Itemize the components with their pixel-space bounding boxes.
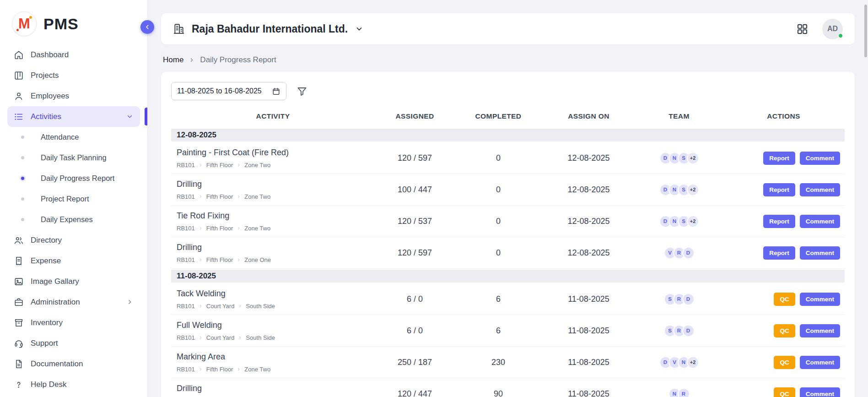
activity-name: Drilling bbox=[177, 384, 375, 393]
apps-grid-icon[interactable] bbox=[796, 23, 809, 35]
assigned-value: 100 / 447 bbox=[375, 185, 455, 195]
sidebar-item-activities[interactable]: Activities bbox=[7, 106, 140, 127]
completed-value: 0 bbox=[455, 153, 542, 163]
activity-location-path: RB101Fifth FloorZone One bbox=[177, 256, 375, 263]
assign-on-date: 11-08-2025 bbox=[542, 326, 636, 336]
chevron-right-icon bbox=[237, 335, 243, 340]
chevron-right-icon bbox=[236, 194, 241, 199]
report-card: 11-08-2025 to 16-08-2025 ACTIVITYASSIGNE… bbox=[161, 72, 855, 397]
team-extra-count: +2 bbox=[687, 356, 699, 369]
group-date: 11-08-2025 bbox=[177, 272, 216, 280]
date-range-value: 11-08-2025 to 16-08-2025 bbox=[177, 87, 262, 95]
chevron-right-icon bbox=[198, 194, 203, 199]
activity-cell: Tack Welding RB101Court YardSouth Side bbox=[171, 289, 375, 310]
path-segment: South Side bbox=[246, 303, 275, 310]
scrollbar-thumb[interactable] bbox=[864, 5, 867, 57]
comment-button[interactable]: Comment bbox=[800, 152, 840, 165]
date-range-picker[interactable]: 11-08-2025 to 16-08-2025 bbox=[171, 82, 286, 100]
sidebar-item-expense[interactable]: Expense bbox=[7, 250, 140, 271]
sidebar: M PMS Dashboard Projects Employees Activ… bbox=[0, 0, 148, 397]
qc-button[interactable]: QC bbox=[774, 387, 795, 397]
expense-icon bbox=[14, 256, 24, 266]
building-icon bbox=[173, 23, 185, 35]
qc-button[interactable]: QC bbox=[774, 293, 795, 306]
assign-on-date: 11-08-2025 bbox=[542, 294, 636, 304]
path-segment: Fifth Floor bbox=[206, 193, 233, 200]
date-group-header: 12-08-2025 bbox=[171, 129, 845, 141]
sidebar-collapse-button[interactable] bbox=[140, 20, 154, 34]
sidebar-item-daily-progress-report[interactable]: Daily Progress Report bbox=[7, 168, 140, 189]
sidebar-item-attendance[interactable]: Attendance bbox=[7, 127, 140, 147]
sidebar-item-label: Documentation bbox=[31, 359, 134, 369]
path-segment: RB101 bbox=[177, 256, 195, 263]
comment-button[interactable]: Comment bbox=[800, 324, 840, 337]
table-row: Marking Area RB101Fifth FloorZone Two 25… bbox=[171, 347, 845, 378]
chevron-right-icon bbox=[236, 257, 241, 262]
topbar-actions: AD bbox=[796, 19, 843, 39]
brand-name: PMS bbox=[43, 15, 79, 33]
team-member-avatar: D bbox=[682, 293, 695, 305]
sidebar-item-label: Image Gallary bbox=[31, 277, 134, 286]
assigned-value: 250 / 187 bbox=[375, 358, 455, 367]
path-segment: RB101 bbox=[177, 162, 195, 169]
online-status-dot bbox=[838, 33, 843, 38]
activity-cell: Drilling RB101Fifth FloorZone Two bbox=[171, 179, 375, 200]
filter-button[interactable] bbox=[297, 86, 307, 97]
report-button[interactable]: Report bbox=[763, 215, 795, 228]
path-segment: Court Yard bbox=[206, 334, 235, 341]
comment-button[interactable]: Comment bbox=[800, 356, 840, 369]
table-header-row: ACTIVITYASSIGNEDCOMPLETEDASSIGN ONTEAMAC… bbox=[171, 104, 845, 128]
comment-button[interactable]: Comment bbox=[800, 183, 840, 196]
sidebar-item-support[interactable]: Support bbox=[7, 333, 140, 353]
table-row: Drilling RB101Fifth FloorZone One 120 / … bbox=[171, 237, 845, 269]
chevron-right-icon bbox=[236, 226, 241, 231]
activity-cell: Tie Rod Fixing RB101Fifth FloorZone Two bbox=[171, 211, 375, 232]
sidebar-item-label: Dashboard bbox=[31, 50, 134, 60]
path-segment: Fifth Floor bbox=[206, 256, 233, 263]
row-actions: QC Comment bbox=[722, 324, 845, 337]
column-header-actions: ACTIONS bbox=[722, 112, 845, 120]
home-icon bbox=[14, 50, 24, 60]
qc-button[interactable]: QC bbox=[774, 324, 795, 337]
company-selector[interactable]: Raja Bahadur International Ltd. bbox=[173, 23, 364, 35]
sidebar-item-directory[interactable]: Directory bbox=[7, 230, 140, 250]
sidebar-item-documentation[interactable]: Documentation bbox=[7, 353, 140, 374]
report-button[interactable]: Report bbox=[763, 246, 795, 260]
sidebar-item-administration[interactable]: Administration bbox=[7, 292, 140, 312]
activity-location-path: RB101Fifth FloorZone Two bbox=[177, 162, 375, 169]
path-segment: Fifth Floor bbox=[206, 162, 233, 169]
sidebar-item-projects[interactable]: Projects bbox=[7, 65, 140, 86]
report-button[interactable]: Report bbox=[763, 183, 795, 196]
path-segment: South Side bbox=[246, 334, 275, 341]
activities-icon bbox=[14, 112, 24, 122]
comment-button[interactable]: Comment bbox=[800, 387, 840, 397]
activity-location-path: RB101Fifth FloorZone Two bbox=[177, 193, 375, 200]
sidebar-item-inventory[interactable]: Inventory bbox=[7, 312, 140, 333]
sidebar-item-daily-task-planning[interactable]: Daily Task Planning bbox=[7, 147, 140, 168]
activity-location-path: RB101Court YardSouth Side bbox=[177, 303, 375, 310]
bullet-icon bbox=[21, 156, 24, 159]
sidebar-item-help-desk[interactable]: Help Desk bbox=[7, 374, 140, 395]
progress-report-table: ACTIVITYASSIGNEDCOMPLETEDASSIGN ONTEAMAC… bbox=[171, 104, 845, 397]
team-avatars: SRD bbox=[636, 293, 722, 305]
sidebar-item-daily-expenses[interactable]: Daily Expenses bbox=[7, 209, 140, 230]
sidebar-item-image-gallary[interactable]: Image Gallary bbox=[7, 271, 140, 292]
table-row: Tack Welding RB101Court YardSouth Side 6… bbox=[171, 283, 845, 315]
sidebar-item-dashboard[interactable]: Dashboard bbox=[7, 44, 140, 65]
sidebar-item-project-report[interactable]: Project Report bbox=[7, 189, 140, 209]
comment-button[interactable]: Comment bbox=[800, 293, 840, 306]
sidebar-subitem-label: Project Report bbox=[41, 195, 89, 203]
user-avatar[interactable]: AD bbox=[822, 19, 843, 39]
report-button[interactable]: Report bbox=[763, 152, 795, 165]
chevron-down-icon bbox=[126, 113, 134, 120]
breadcrumb-home[interactable]: Home bbox=[163, 55, 183, 65]
sidebar-item-label: Inventory bbox=[31, 318, 134, 327]
group-date: 12-08-2025 bbox=[177, 131, 216, 139]
qc-button[interactable]: QC bbox=[774, 356, 795, 369]
comment-button[interactable]: Comment bbox=[800, 215, 840, 228]
sidebar-subitem-label: Daily Progress Report bbox=[41, 174, 114, 183]
chevron-right-icon bbox=[189, 57, 195, 63]
comment-button[interactable]: Comment bbox=[800, 246, 840, 260]
sidebar-item-employees[interactable]: Employees bbox=[7, 86, 140, 106]
path-segment: RB101 bbox=[177, 193, 195, 200]
